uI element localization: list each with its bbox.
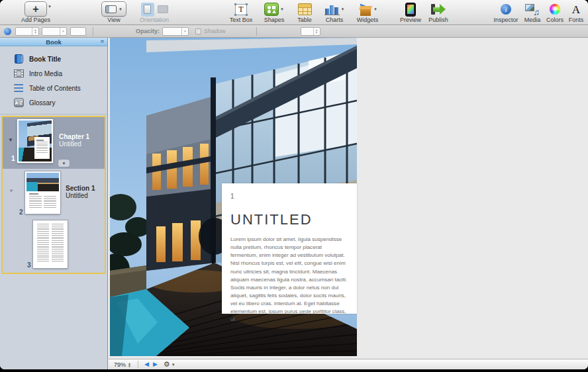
opacity-label: Opacity: — [136, 28, 160, 34]
view-button[interactable]: ▼ View — [101, 0, 127, 24]
fonts-icon: A — [572, 4, 580, 15]
fonts-button[interactable]: A Fonts — [566, 0, 586, 24]
gear-icon[interactable]: ⚙ — [164, 361, 170, 368]
media-button[interactable]: ♫ Media — [521, 0, 544, 24]
sidebar-item-glossary[interactable]: A·Z Glossary — [0, 95, 107, 110]
publish-icon — [430, 3, 446, 16]
sidebar-items: Book Title Intro Media Table of Contents… — [0, 46, 107, 110]
preview-label: Preview — [400, 17, 421, 23]
section-1-thumbnail[interactable] — [25, 171, 60, 214]
table-label: Table — [297, 17, 312, 23]
chapter-1-row[interactable]: ▼ 1 Chapter 1 Untitled ▼ — [3, 117, 105, 169]
preview-button[interactable]: Preview — [397, 0, 424, 24]
stroke-style-dropdown[interactable]: ▼ — [42, 27, 67, 36]
book-icon — [13, 54, 24, 64]
shapes-icon — [264, 3, 279, 16]
publish-button[interactable]: Publish — [425, 0, 452, 24]
glossary-icon: A·Z — [13, 97, 24, 108]
sidebar-item-table-of-contents[interactable]: Table of Contents — [0, 81, 107, 95]
page-3-thumbnail[interactable] — [33, 220, 68, 268]
page-photo[interactable]: 1 UNTITLED Lorem ipsum dolor sit amet, l… — [110, 38, 357, 356]
chapter-1-thumbnail[interactable] — [17, 119, 53, 163]
chapter-title: Chapter 1 — [59, 133, 89, 140]
menu-icon[interactable]: = — [101, 39, 104, 45]
media-icon: ♫ — [525, 4, 540, 15]
portrait-orientation-icon[interactable] — [141, 3, 154, 17]
chapter-options-button[interactable]: ▼ — [58, 160, 70, 167]
zoom-stepper-icon[interactable]: ▲▼ — [128, 362, 131, 367]
stroke-width-stepper[interactable]: ▲▼ — [15, 27, 39, 36]
preview-icon — [405, 3, 416, 17]
inspector-icon: i — [501, 4, 511, 15]
stroke-color-well[interactable] — [70, 27, 86, 36]
status-bar: 79% ▲▼ ◀ ▶ ⚙ ▼ — [109, 359, 588, 369]
opacity-dropdown[interactable]: ▼ — [162, 27, 189, 36]
inspector-label: Inspector — [493, 17, 518, 23]
ibooks-author-window: + ▼ Add Pages ▼ View Orientation T — [0, 0, 588, 369]
page-canvas[interactable]: 1 UNTITLED Lorem ipsum dolor sit amet, l… — [109, 38, 588, 359]
film-icon — [13, 68, 24, 79]
charts-button[interactable]: ▼ Charts — [320, 0, 348, 24]
text-box-button[interactable]: T Text Box — [226, 0, 256, 24]
table-button[interactable]: Table — [293, 0, 317, 24]
fill-color-icon[interactable] — [4, 28, 11, 35]
view-icon[interactable]: ▼ — [101, 1, 126, 17]
charts-label: Charts — [326, 17, 344, 23]
book-sidebar: Book = Book Title Intro Media Table of C… — [0, 38, 108, 369]
add-pages-icon[interactable]: + — [24, 1, 47, 17]
media-label: Media — [524, 17, 541, 23]
section-title: Section 1 — [66, 185, 95, 192]
chapter-number: 1 — [230, 193, 348, 200]
previous-page-icon[interactable]: ◀ — [144, 361, 149, 367]
format-bar: ▲▼ ▼ Opacity: ▼ Shadow ▲▼ — [0, 25, 588, 38]
chevron-down-icon: ▼ — [373, 7, 377, 11]
chapter-heading[interactable]: UNTITLED — [230, 211, 348, 228]
text-box-icon: T — [235, 4, 247, 15]
page-number: 1 — [11, 155, 15, 162]
sidebar-header[interactable]: Book = — [0, 38, 107, 46]
chapter-pages-area: ▼ Section 1 Untitled 2 3 — [3, 169, 105, 273]
disclosure-triangle-icon[interactable]: ▼ — [9, 189, 14, 194]
sidebar-item-intro-media[interactable]: Intro Media — [0, 66, 107, 81]
chapter-selection-group: ▼ 1 Chapter 1 Untitled ▼ ▼ — [1, 116, 106, 274]
next-page-icon[interactable]: ▶ — [153, 361, 158, 367]
landscape-orientation-icon[interactable] — [158, 5, 168, 13]
view-label: View — [107, 17, 120, 23]
chapter-subtitle: Untitled — [59, 140, 89, 148]
inspector-button[interactable]: i Inspector — [491, 0, 521, 24]
colors-icon — [550, 4, 560, 15]
orientation-label: Orientation — [140, 17, 169, 23]
sidebar-header-title: Book — [46, 38, 62, 46]
chevron-down-icon: ▼ — [119, 7, 122, 11]
chevron-down-icon[interactable]: ▼ — [172, 363, 175, 367]
add-pages-button[interactable]: + ▼ Add Pages — [20, 0, 52, 24]
chevron-down-icon: ▼ — [341, 7, 345, 11]
chevron-down-icon: ▼ — [48, 5, 52, 9]
chapter-body-text[interactable]: Lorem ipsum dolor sit amet, ligula suspe… — [230, 236, 348, 324]
sidebar-item-book-title[interactable]: Book Title — [0, 52, 107, 66]
widgets-icon — [358, 3, 373, 17]
fonts-label: Fonts — [569, 17, 584, 23]
table-icon — [298, 3, 312, 15]
page-number: 3 — [27, 261, 31, 269]
colors-label: Colors — [546, 17, 564, 23]
sidebar-divider — [0, 114, 107, 115]
zoom-level[interactable]: 79% — [114, 361, 126, 368]
chapter-text-card[interactable]: 1 UNTITLED Lorem ipsum dolor sit amet, l… — [222, 183, 357, 314]
font-size-stepper[interactable]: ▲▼ — [301, 27, 320, 36]
shapes-button[interactable]: ▼ Shapes — [260, 0, 289, 24]
disclosure-triangle-icon[interactable]: ▼ — [8, 138, 13, 143]
widgets-label: Widgets — [357, 17, 379, 23]
chevron-down-icon: ▼ — [280, 7, 284, 11]
publish-label: Publish — [428, 17, 448, 23]
add-pages-label: Add Pages — [21, 17, 50, 23]
main-toolbar: + ▼ Add Pages ▼ View Orientation T — [0, 0, 588, 25]
widgets-button[interactable]: ▼ Widgets — [352, 0, 383, 24]
shadow-label: Shadow — [204, 28, 226, 34]
page-number: 2 — [19, 209, 23, 216]
charts-icon — [324, 4, 340, 15]
shadow-checkbox[interactable] — [195, 28, 201, 34]
shapes-label: Shapes — [264, 17, 285, 23]
colors-button[interactable]: Colors — [544, 0, 566, 24]
text-box-label: Text Box — [230, 17, 253, 23]
